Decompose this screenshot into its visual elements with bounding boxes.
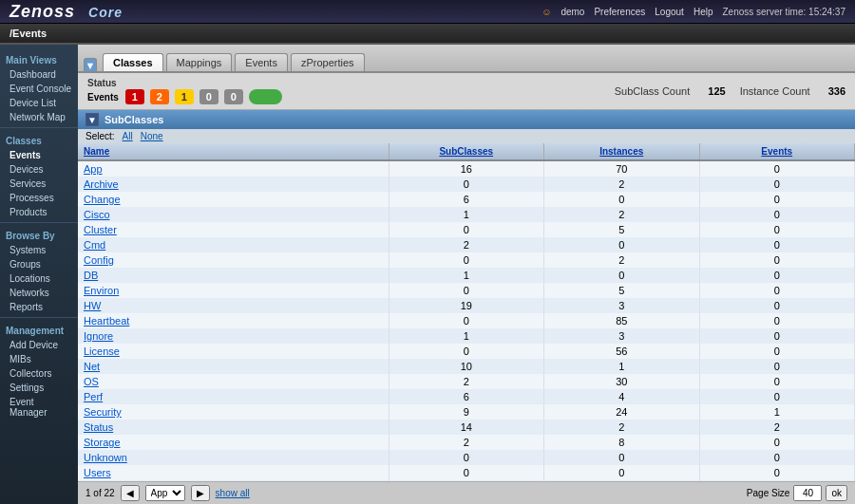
- bottom-bar: 1 of 22 ◀ App ▶ show all Page Size ok: [78, 481, 855, 504]
- col-header-events[interactable]: Events: [699, 143, 855, 160]
- help-link[interactable]: Help: [694, 7, 713, 17]
- cell-ev: 0: [699, 160, 855, 177]
- col-header-instances[interactable]: Instances: [544, 143, 700, 160]
- row-name-link[interactable]: Heartbeat: [84, 315, 129, 327]
- row-name-link[interactable]: Perf: [84, 391, 103, 402]
- sidebar-item-systems[interactable]: Systems: [0, 243, 78, 257]
- sidebar-item-network-map[interactable]: Network Map: [0, 110, 78, 124]
- row-name-link[interactable]: Cmd: [84, 239, 105, 251]
- page-size-input[interactable]: [793, 485, 822, 501]
- tab-classes[interactable]: Classes: [103, 53, 163, 71]
- sidebar-item-groups[interactable]: Groups: [0, 257, 78, 271]
- cell-inst: 8: [544, 435, 700, 450]
- sidebar-section-main-views: Main Views: [0, 50, 78, 67]
- row-name-link[interactable]: Archive: [84, 178, 119, 190]
- cell-inst: 2: [544, 420, 700, 435]
- table-row: Heartbeat 0 85 0: [78, 313, 855, 328]
- cell-ev: 0: [699, 268, 855, 283]
- table-row: Environ 0 5 0: [78, 283, 855, 298]
- sidebar-item-networks[interactable]: Networks: [0, 286, 78, 300]
- select-all-link[interactable]: All: [123, 131, 133, 141]
- select-none-link[interactable]: None: [141, 131, 163, 141]
- badge-clear: [249, 89, 282, 104]
- cell-inst: 70: [544, 160, 700, 177]
- cell-sub: 0: [389, 313, 544, 328]
- server-time: Zenoss server time: 15:24:37: [722, 7, 846, 17]
- table-container: Name SubClasses Instances Events App 16 …: [78, 143, 855, 504]
- cell-ev: 0: [699, 237, 855, 252]
- cell-sub: 0: [389, 222, 544, 237]
- row-name-link[interactable]: DB: [84, 270, 98, 281]
- col-header-subclasses[interactable]: SubClasses: [389, 143, 544, 160]
- preferences-link[interactable]: Preferences: [594, 7, 645, 17]
- subclass-count-label: SubClass Count: [615, 85, 691, 97]
- cell-inst: 30: [544, 374, 700, 389]
- sidebar-item-collectors[interactable]: Collectors: [0, 366, 78, 381]
- sidebar-item-event-manager[interactable]: Event Manager: [0, 395, 78, 420]
- badge-info: 0: [200, 89, 218, 104]
- cell-name: Config: [78, 252, 389, 268]
- sidebar-item-services[interactable]: Services: [0, 177, 78, 191]
- row-name-link[interactable]: Unknown: [84, 452, 127, 463]
- cell-ev: 0: [699, 192, 855, 207]
- sidebar-item-settings[interactable]: Settings: [0, 381, 78, 395]
- subclasses-collapse-button[interactable]: ▼: [86, 113, 99, 126]
- collapse-button[interactable]: ▼: [84, 58, 97, 71]
- cell-ev: 0: [699, 222, 855, 237]
- table-row: Cluster 0 5 0: [78, 222, 855, 237]
- status-row: Status Events 1 2 1 0 0 SubClass Count 1…: [78, 73, 855, 110]
- tab-mappings[interactable]: Mappings: [166, 53, 233, 71]
- sidebar-item-add-device[interactable]: Add Device: [0, 338, 78, 352]
- row-name-link[interactable]: Status: [84, 421, 113, 433]
- row-name-link[interactable]: Ignore: [84, 330, 113, 342]
- sidebar-item-events[interactable]: Events: [0, 148, 78, 162]
- sidebar-item-devices[interactable]: Devices: [0, 162, 78, 177]
- row-name-link[interactable]: Security: [84, 406, 122, 418]
- table-row: DB 1 0 0: [78, 268, 855, 283]
- row-name-link[interactable]: Users: [84, 467, 111, 478]
- row-name-link[interactable]: Net: [84, 361, 100, 372]
- next-page-button[interactable]: ▶: [191, 485, 210, 501]
- user-link[interactable]: demo: [560, 7, 584, 17]
- row-name-link[interactable]: OS: [84, 376, 99, 387]
- cell-name: Users: [78, 465, 389, 480]
- row-name-link[interactable]: Environ: [84, 285, 119, 296]
- row-name-link[interactable]: License: [84, 345, 120, 357]
- row-name-link[interactable]: Storage: [84, 437, 121, 448]
- page-select[interactable]: App: [145, 485, 185, 501]
- cell-ev: 0: [699, 359, 855, 374]
- col-header-name[interactable]: Name: [78, 143, 389, 160]
- sidebar-item-reports[interactable]: Reports: [0, 300, 78, 314]
- sidebar-item-event-console[interactable]: Event Console: [0, 82, 78, 96]
- data-table-wrap[interactable]: Name SubClasses Instances Events App 16 …: [78, 143, 855, 481]
- cell-sub: 0: [389, 177, 544, 192]
- main-layout: Main Views Dashboard Event Console Devic…: [0, 45, 855, 504]
- row-name-link[interactable]: Cluster: [84, 224, 117, 235]
- sidebar-item-device-list[interactable]: Device List: [0, 96, 78, 110]
- cell-ev: 0: [699, 298, 855, 313]
- prev-page-button[interactable]: ◀: [121, 485, 140, 501]
- select-label: Select:: [86, 131, 115, 141]
- cell-ev: 0: [699, 207, 855, 222]
- tab-events[interactable]: Events: [235, 53, 288, 71]
- show-all-link[interactable]: show all: [216, 488, 250, 498]
- sidebar-item-dashboard[interactable]: Dashboard: [0, 67, 78, 82]
- row-name-link[interactable]: Change: [84, 194, 121, 205]
- cell-name: Status: [78, 420, 389, 435]
- cell-ev: 0: [699, 389, 855, 404]
- sidebar-item-mibs[interactable]: MIBs: [0, 352, 78, 366]
- tab-zproperties[interactable]: zProperties: [291, 53, 365, 71]
- cell-name: HW: [78, 298, 389, 313]
- row-name-link[interactable]: Config: [84, 254, 114, 266]
- row-name-link[interactable]: HW: [84, 300, 101, 311]
- sidebar-item-processes[interactable]: Processes: [0, 191, 78, 205]
- row-name-link[interactable]: App: [84, 163, 103, 175]
- logout-link[interactable]: Logout: [655, 7, 684, 17]
- logo-text: Zenoss Core: [10, 2, 123, 22]
- page-size-ok-button[interactable]: ok: [826, 485, 847, 501]
- table-body: App 16 70 0 Archive 0 2 0 Change 6 0 0 C…: [78, 160, 855, 481]
- sidebar-item-locations[interactable]: Locations: [0, 271, 78, 286]
- row-name-link[interactable]: Cisco: [84, 209, 110, 220]
- sidebar-item-products[interactable]: Products: [0, 205, 78, 219]
- cell-inst: 2: [544, 207, 700, 222]
